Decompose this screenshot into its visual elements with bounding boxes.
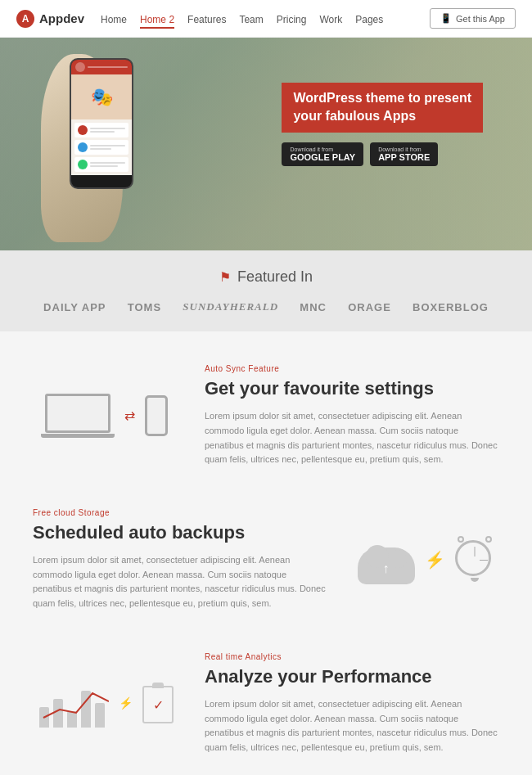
brand-logo[interactable]: A Appdev bbox=[16, 10, 84, 28]
app-store-badge[interactable]: Download it from APP STORE bbox=[370, 142, 438, 166]
chart-icon bbox=[39, 678, 109, 728]
feature-visual-backup: ↑ ⚡ bbox=[352, 535, 499, 584]
heartbeat-icon: ⚡ bbox=[119, 696, 133, 710]
feature-desc-backup: Lorem ipsum dolor sit amet, consectetuer… bbox=[33, 553, 327, 611]
nav-item-home2[interactable]: Home 2 bbox=[140, 11, 174, 26]
clipboard-icon: ✓ bbox=[142, 683, 174, 723]
feature-text-sync: Auto Sync Feature Get your favourite set… bbox=[205, 364, 499, 467]
nav-item-team[interactable]: Team bbox=[239, 11, 263, 26]
featured-logos: DAILY APP TOMS SundayHerald MNC ORAGE Bo… bbox=[33, 300, 499, 313]
cloud-upload-icon: ↑ bbox=[358, 535, 415, 584]
nav-item-features[interactable]: Features bbox=[187, 11, 226, 26]
features-section: ⇄ Auto Sync Feature Get your favourite s… bbox=[0, 331, 532, 775]
feature-desc-analytics: Lorem ipsum dolor sit amet, consectetuer… bbox=[205, 697, 499, 755]
navbar: A Appdev Home Home 2 Features Team Prici… bbox=[0, 0, 532, 38]
feature-row-analytics: ⚡ ✓ Real time Analytics Analyze your Per… bbox=[33, 652, 499, 755]
hero-headline: WordPress theme to present your fabulous… bbox=[282, 83, 483, 133]
logo-dailyapp: DAILY APP bbox=[43, 301, 106, 313]
laptop-icon bbox=[45, 394, 115, 438]
phone-icon: 📱 bbox=[440, 13, 452, 24]
lightning-icon: ⚡ bbox=[425, 550, 445, 570]
phone-small-icon bbox=[145, 395, 168, 436]
hero-section: 🎭 WordPress theme to present your bbox=[0, 38, 532, 250]
feature-tag-backup: Free cloud Storage bbox=[33, 508, 327, 517]
brand-name: Appdev bbox=[39, 11, 84, 25]
alarm-icon bbox=[455, 540, 494, 579]
logo-toms: TOMS bbox=[128, 301, 161, 313]
nav-item-pricing[interactable]: Pricing bbox=[277, 11, 307, 26]
featured-title: ⚑ Featured In bbox=[33, 268, 499, 286]
feature-tag-sync: Auto Sync Feature bbox=[205, 364, 499, 373]
logo-boxerblog: BoxerBlog bbox=[413, 301, 489, 313]
feature-visual-sync: ⇄ bbox=[33, 394, 180, 438]
nav-item-pages[interactable]: Pages bbox=[355, 11, 383, 26]
feature-row-sync: ⇄ Auto Sync Feature Get your favourite s… bbox=[33, 364, 499, 467]
nav-item-work[interactable]: Work bbox=[319, 11, 342, 26]
feature-visual-analytics: ⚡ ✓ bbox=[33, 678, 180, 728]
feature-title-backup: Scheduled auto backups bbox=[33, 522, 327, 543]
feature-row-backup: Free cloud Storage Scheduled auto backup… bbox=[33, 508, 499, 611]
hero-text-overlay: WordPress theme to present your fabulous… bbox=[282, 83, 483, 166]
featured-section: ⚑ Featured In DAILY APP TOMS SundayHeral… bbox=[0, 250, 532, 331]
get-app-button[interactable]: 📱 Get this App bbox=[430, 8, 516, 29]
nav-item-home[interactable]: Home bbox=[101, 11, 127, 26]
logo-orage: ORAGE bbox=[348, 301, 391, 313]
feature-text-backup: Free cloud Storage Scheduled auto backup… bbox=[33, 508, 327, 611]
store-badges: Download it from GOOGLE PLAY Download it… bbox=[282, 142, 483, 166]
feature-title-analytics: Analyze your Performance bbox=[205, 666, 499, 687]
feature-text-analytics: Real time Analytics Analyze your Perform… bbox=[205, 652, 499, 755]
hero-phone-area: 🎭 bbox=[25, 38, 205, 250]
feature-tag-analytics: Real time Analytics bbox=[205, 652, 499, 661]
logo-icon: A bbox=[16, 10, 34, 28]
featured-icon: ⚑ bbox=[219, 269, 231, 285]
sync-icon: ⇄ bbox=[124, 408, 135, 423]
nav-links: Home Home 2 Features Team Pricing Work P… bbox=[101, 11, 383, 26]
logo-sundayherald: SundayHerald bbox=[183, 300, 278, 313]
feature-desc-sync: Lorem ipsum dolor sit amet, consectetuer… bbox=[205, 409, 499, 466]
google-play-badge[interactable]: Download it from GOOGLE PLAY bbox=[282, 142, 363, 166]
feature-title-sync: Get your favourite settings bbox=[205, 378, 499, 399]
logo-mnc: MNC bbox=[300, 301, 327, 313]
hero-phone-device: 🎭 bbox=[70, 58, 133, 189]
